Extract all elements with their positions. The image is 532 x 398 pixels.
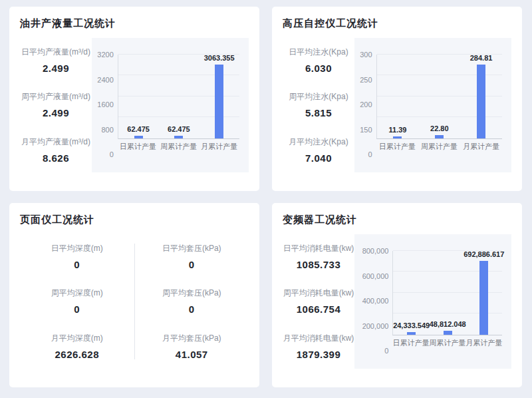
bar-chart-frequency-converter: 0200,000400,000600,000800,00024,333.5494… — [354, 234, 511, 369]
stat-monthly-avg-injection: 月平均注水(Kpa) 7.040 — [283, 136, 354, 164]
stat-monthly-avg-casing-pressure: 月平均套压(kPa) 41.057 — [135, 333, 249, 360]
x-category-label: 周累计产量 — [158, 142, 199, 152]
stat-label: 日平均消耗电量(kw) — [283, 243, 354, 254]
card-body: 日平均注水(Kpa) 6.030 周平均注水(Kpa) 5.815 月平均注水(… — [283, 38, 511, 172]
y-axis-tick-label: 0 — [110, 151, 114, 158]
card-title-level-gauge: 页面仪工况统计 — [20, 214, 249, 226]
plot-area: 62.47562.4753063.355 — [118, 55, 239, 139]
depth-column: 日平均深度(m) 0 周平均深度(m) 0 月平均深度(m) 2626.628 — [20, 234, 134, 369]
y-axis-tick-label: 600,000 — [362, 272, 389, 280]
bar-value-label: 62.475 — [127, 126, 150, 133]
x-category-label: 月累计产量 — [466, 338, 502, 348]
card-body: 日平均产液量(m³/d) 2.499 周平均产液量(m³/d) 2.499 月平… — [20, 38, 249, 172]
bar — [134, 136, 143, 138]
bar-slot: 62.475 — [159, 55, 200, 138]
stat-label: 周平均产液量(m³/d) — [20, 91, 92, 102]
bar — [444, 331, 452, 335]
stats-column: 日平均产液量(m³/d) 2.499 周平均产液量(m³/d) 2.499 月平… — [20, 38, 92, 172]
y-axis-tick-label: 400,000 — [362, 298, 389, 305]
stat-daily-avg-injection: 日平均注水(Kpa) 6.030 — [283, 47, 354, 74]
plot-area: 24,333.54948,812.048692,886.617 — [392, 251, 502, 335]
stat-daily-avg-depth: 日平均深度(m) 0 — [20, 243, 134, 270]
stat-monthly-avg-power: 月平均消耗电量(kw) 1879.399 — [283, 333, 354, 360]
y-axis-tick-label: 1600 — [97, 101, 113, 108]
card-high-pressure-controller: 高压自控仪工况统计 日平均注水(Kpa) 6.030 周平均注水(Kpa) 5.… — [272, 7, 522, 191]
y-axis-tick-label: 800,000 — [362, 248, 389, 255]
bar-slot: 11.39 — [377, 55, 419, 138]
stat-label: 日平均套压(kPa) — [135, 243, 249, 254]
card-oil-well-production: 油井产液量工况统计 日平均产液量(m³/d) 2.499 周平均产液量(m³/d… — [9, 7, 259, 191]
stat-label: 周平均消耗电量(kw) — [283, 288, 354, 299]
bar — [174, 136, 183, 138]
stat-weekly-avg-depth: 周平均深度(m) 0 — [20, 288, 134, 315]
stat-monthly-avg-liquid: 月平均产液量(m³/d) 8.626 — [20, 136, 92, 164]
stat-label: 月平均消耗电量(kw) — [283, 333, 354, 344]
bar-value-label: 48,812.048 — [430, 321, 466, 328]
stat-label: 月平均深度(m) — [20, 333, 134, 344]
bar-value-label: 284.81 — [470, 55, 493, 62]
y-axis-tick-label: 800 — [101, 126, 113, 133]
stat-label: 周平均注水(Kpa) — [283, 91, 354, 102]
stat-label: 周平均深度(m) — [20, 288, 134, 299]
stat-value: 6.030 — [283, 63, 354, 74]
stat-label: 日平均注水(Kpa) — [283, 47, 354, 58]
bar-value-label: 22.80 — [430, 125, 449, 132]
y-axis-tick-label: 200,000 — [362, 322, 389, 329]
y-axis-tick-label: 200 — [360, 101, 372, 108]
stat-weekly-avg-casing-pressure: 周平均套压(kPa) 0 — [135, 288, 249, 315]
stat-value: 0 — [135, 303, 249, 315]
stat-weekly-avg-liquid: 周平均产液量(m³/d) 2.499 — [20, 91, 92, 118]
x-category-label: 周累计产量 — [429, 338, 466, 348]
y-axis-tick-label: 250 — [360, 76, 372, 83]
dashboard: 油井产液量工况统计 日平均产液量(m³/d) 2.499 周平均产液量(m³/d… — [0, 0, 532, 398]
stat-label: 月平均注水(Kpa) — [283, 136, 354, 148]
stat-weekly-avg-injection: 周平均注水(Kpa) 5.815 — [283, 91, 354, 118]
stat-value: 5.815 — [283, 107, 354, 118]
card-level-gauge: 页面仪工况统计 日平均深度(m) 0 周平均深度(m) 0 月平均深度(m) 2… — [9, 203, 259, 387]
stat-value: 7.040 — [283, 152, 354, 164]
stats-column: 日平均注水(Kpa) 6.030 周平均注水(Kpa) 5.815 月平均注水(… — [283, 38, 354, 172]
bar-value-label: 62.475 — [168, 126, 190, 133]
bar-slot: 48,812.048 — [430, 251, 466, 335]
stat-value: 1085.733 — [283, 259, 354, 270]
bar-value-label: 692,886.617 — [464, 251, 504, 258]
stat-value: 0 — [135, 259, 249, 270]
bar-value-label: 11.39 — [389, 126, 407, 134]
bar-value-label: 3063.355 — [204, 55, 235, 62]
stat-label: 月平均套压(kPa) — [135, 333, 249, 344]
card-frequency-converter: 变频器工况统计 日平均消耗电量(kw) 1085.733 周平均消耗电量(kw)… — [272, 203, 522, 387]
bar-slot: 692,886.617 — [466, 251, 501, 335]
stats-column: 日平均消耗电量(kw) 1085.733 周平均消耗电量(kw) 1066.75… — [283, 234, 354, 369]
bar — [479, 261, 488, 335]
bar-slot: 62.475 — [118, 55, 159, 138]
stat-value: 2.499 — [20, 107, 92, 118]
x-category-label: 周累计产量 — [418, 142, 460, 152]
stat-value: 2.499 — [20, 63, 92, 74]
bar-slot: 24,333.549 — [393, 251, 429, 335]
stat-monthly-avg-depth: 月平均深度(m) 2626.628 — [20, 333, 134, 360]
y-axis-tick-label: 3200 — [97, 51, 113, 59]
stat-value: 2626.628 — [20, 349, 134, 360]
bar — [435, 135, 444, 138]
casing-pressure-column: 日平均套压(kPa) 0 周平均套压(kPa) 0 月平均套压(kPa) 41.… — [135, 234, 249, 369]
stat-label: 日平均产液量(m³/d) — [20, 47, 92, 58]
stat-weekly-avg-power: 周平均消耗电量(kw) 1066.754 — [283, 288, 354, 315]
x-category-label: 日累计产量 — [392, 338, 429, 348]
card-title-oil-well: 油井产液量工况统计 — [20, 17, 249, 30]
bar — [393, 136, 402, 138]
bar-slot: 284.81 — [460, 55, 502, 138]
stat-daily-avg-liquid: 日平均产液量(m³/d) 2.499 — [20, 47, 92, 74]
stat-value: 1066.754 — [283, 303, 354, 315]
bar-chart-oil-well: 080016002400320062.47562.4753063.355日累计产… — [92, 38, 249, 172]
stat-value: 1879.399 — [283, 349, 354, 360]
y-axis-tick-label: 150 — [360, 126, 372, 133]
stat-value: 0 — [20, 259, 134, 270]
stat-label: 周平均套压(kPa) — [135, 288, 249, 299]
y-axis-tick-label: 2400 — [97, 76, 113, 83]
stat-value: 41.057 — [135, 349, 249, 360]
stat-daily-avg-casing-pressure: 日平均套压(kPa) 0 — [135, 243, 249, 270]
card-body: 日平均消耗电量(kw) 1085.733 周平均消耗电量(kw) 1066.75… — [283, 234, 511, 369]
x-category-label: 月累计产量 — [199, 142, 239, 152]
x-category-label: 月累计产量 — [460, 142, 502, 152]
stat-value: 8.626 — [20, 152, 92, 164]
